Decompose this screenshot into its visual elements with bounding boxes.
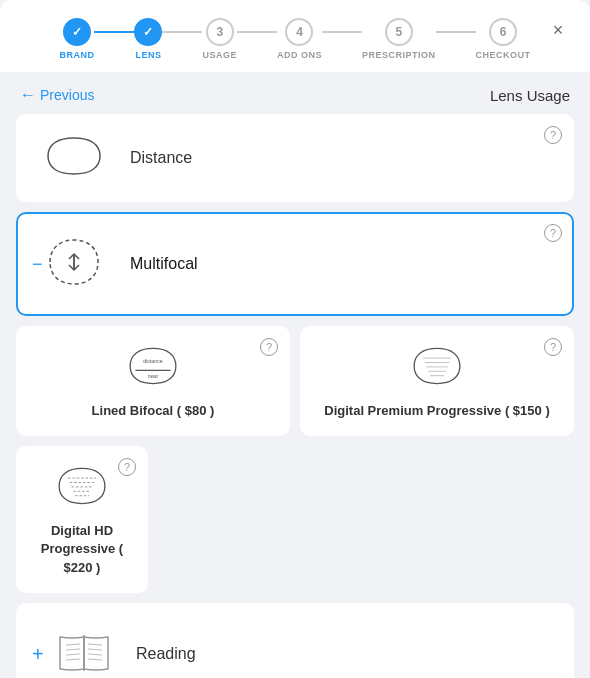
steps-progress: ✓ BRAND ✓ LENS 3 USAGE 4 ADD ONS xyxy=(20,18,570,60)
step-checkout-circle: 6 xyxy=(489,18,517,46)
connector-1 xyxy=(94,31,134,33)
close-button[interactable]: × xyxy=(546,18,570,42)
step-checkout[interactable]: 6 CHECKOUT xyxy=(476,18,531,60)
lined-bifocal-help-icon[interactable]: ? xyxy=(260,338,278,356)
svg-line-20 xyxy=(88,644,102,645)
step-brand[interactable]: ✓ BRAND xyxy=(59,18,94,60)
distance-help-icon[interactable]: ? xyxy=(544,126,562,144)
step-lens-label: LENS xyxy=(135,50,161,60)
digital-premium-lens-icon xyxy=(403,344,471,392)
distance-lens-icon xyxy=(38,134,110,182)
lined-bifocal-label: Lined Bifocal ( $80 ) xyxy=(92,402,215,420)
modal-container: ✓ BRAND ✓ LENS 3 USAGE 4 ADD ONS xyxy=(0,0,590,678)
digital-premium-help-icon[interactable]: ? xyxy=(544,338,562,356)
step-lens[interactable]: ✓ LENS xyxy=(134,18,162,60)
multifocal-option[interactable]: ? − Multifocal xyxy=(16,212,574,316)
step-addons-circle: 4 xyxy=(285,18,313,46)
reading-lens-icon xyxy=(52,623,116,678)
multifocal-sub-options: ? distance near Lined Bifocal ( $80 ) xyxy=(16,326,574,593)
multifocal-help-icon[interactable]: ? xyxy=(544,224,562,242)
connector-3 xyxy=(237,31,277,33)
previous-label: Previous xyxy=(40,87,94,103)
step-prescription-circle: 5 xyxy=(385,18,413,46)
step-addons-label: ADD ONS xyxy=(277,50,322,60)
step-checkout-label: CHECKOUT xyxy=(476,50,531,60)
svg-text:near: near xyxy=(148,373,159,379)
svg-line-16 xyxy=(66,644,80,645)
svg-line-19 xyxy=(66,659,80,660)
multifocal-label: Multifocal xyxy=(130,255,198,273)
digital-premium-label: Digital Premium Progressive ( $150 ) xyxy=(324,402,549,420)
lined-bifocal-lens-icon: distance near xyxy=(119,344,187,392)
reading-label: Reading xyxy=(136,645,196,663)
distance-option[interactable]: ? Distance xyxy=(16,114,574,202)
multifocal-lens-icon xyxy=(38,232,110,296)
options-content: ? Distance ? − xyxy=(0,114,590,678)
svg-line-22 xyxy=(88,654,102,655)
section-title: Lens Usage xyxy=(490,87,570,104)
minus-icon: − xyxy=(32,254,43,275)
step-addons[interactable]: 4 ADD ONS xyxy=(277,18,322,60)
digital-hd-lens-icon xyxy=(48,464,116,512)
step-prescription[interactable]: 5 PRESCRIPTION xyxy=(362,18,436,60)
step-usage-label: USAGE xyxy=(202,50,237,60)
distance-label: Distance xyxy=(130,149,192,167)
connector-4 xyxy=(322,31,362,33)
sub-header: ← Previous Lens Usage xyxy=(0,72,590,114)
reading-option[interactable]: + xyxy=(16,603,574,678)
step-lens-circle: ✓ xyxy=(134,18,162,46)
svg-line-17 xyxy=(66,649,80,650)
digital-hd-help-icon[interactable]: ? xyxy=(118,458,136,476)
digital-premium-option[interactable]: ? Digital Premium Progressive ( $150 ) xyxy=(300,326,574,436)
lined-bifocal-option[interactable]: ? distance near Lined Bifocal ( $80 ) xyxy=(16,326,290,436)
previous-button[interactable]: ← Previous xyxy=(20,86,94,104)
svg-line-23 xyxy=(88,659,102,660)
previous-arrow-icon: ← xyxy=(20,86,36,104)
step-usage[interactable]: 3 USAGE xyxy=(202,18,237,60)
plus-icon: + xyxy=(32,642,44,665)
step-prescription-label: PRESCRIPTION xyxy=(362,50,436,60)
step-brand-circle: ✓ xyxy=(63,18,91,46)
digital-hd-option[interactable]: ? Digital HD Progressive ( $220 ) xyxy=(16,446,148,593)
svg-line-18 xyxy=(66,654,80,655)
step-brand-label: BRAND xyxy=(59,50,94,60)
connector-5 xyxy=(436,31,476,33)
svg-text:distance: distance xyxy=(143,358,163,364)
svg-line-21 xyxy=(88,649,102,650)
modal-header: ✓ BRAND ✓ LENS 3 USAGE 4 ADD ONS xyxy=(0,0,590,72)
step-usage-circle: 3 xyxy=(206,18,234,46)
digital-hd-label: Digital HD Progressive ( $220 ) xyxy=(32,522,132,577)
connector-2 xyxy=(162,31,202,33)
